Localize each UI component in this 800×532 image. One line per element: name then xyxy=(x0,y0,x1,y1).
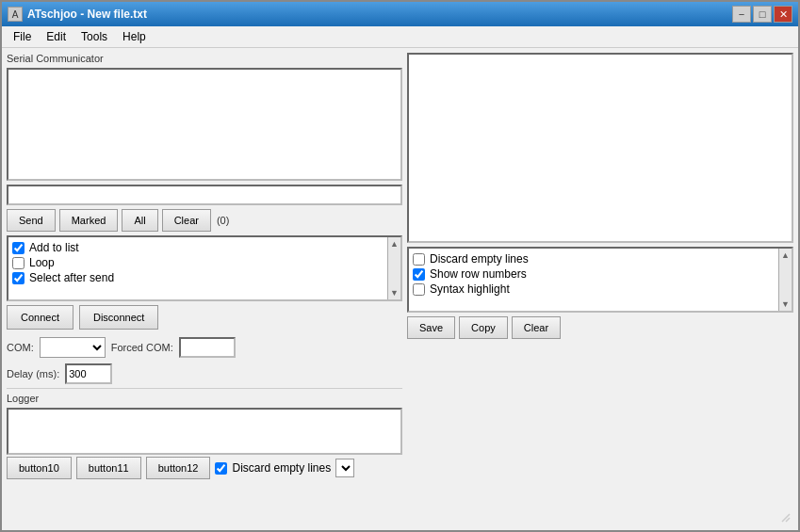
loop-label: Loop xyxy=(29,256,55,269)
button12[interactable]: button12 xyxy=(146,457,211,479)
menu-file[interactable]: File xyxy=(6,28,39,45)
maximize-button[interactable]: □ xyxy=(753,6,772,23)
select-after-send-row: Select after send xyxy=(12,271,397,284)
action-button-row: Send Marked All Clear (0) xyxy=(7,209,402,232)
forced-com-label: Forced COM: xyxy=(111,342,173,353)
connect-button[interactable]: Connect xyxy=(7,305,73,330)
right-textarea[interactable] xyxy=(407,53,793,243)
delay-label: Delay (ms): xyxy=(7,368,59,379)
right-button-row: Save Copy Clear xyxy=(407,316,793,339)
loop-checkbox[interactable] xyxy=(12,257,24,269)
add-to-list-checkbox[interactable] xyxy=(12,242,24,254)
com-label: COM: xyxy=(7,342,34,353)
discard-empty-right-label: Discard empty lines xyxy=(430,252,529,266)
discard-empty-lines-bottom-label: Discard empty lines xyxy=(232,461,331,475)
add-to-list-row: Add to list xyxy=(12,241,397,254)
window-title: ATschjoo - New file.txt xyxy=(27,8,147,21)
show-row-numbers-checkbox[interactable] xyxy=(413,268,425,281)
menu-bar: File Edit Tools Help xyxy=(2,26,798,48)
main-content: Serial Communicator Send Marked All Clea… xyxy=(2,48,798,530)
discard-select[interactable]: ▼ xyxy=(335,459,354,477)
close-button[interactable]: ✕ xyxy=(774,6,792,23)
menu-help[interactable]: Help xyxy=(115,28,154,45)
forced-com-input[interactable]: NONE xyxy=(179,337,236,358)
com-select[interactable] xyxy=(40,337,106,358)
discard-empty-right-checkbox[interactable] xyxy=(413,253,425,266)
syntax-highlight-label: Syntax highlight xyxy=(430,282,510,296)
clear-button[interactable]: Clear xyxy=(162,209,211,232)
syntax-highlight-checkbox[interactable] xyxy=(413,283,425,296)
title-buttons: − □ ✕ xyxy=(732,6,792,23)
send-input-row xyxy=(7,185,402,205)
right-scroll-down[interactable]: ▼ xyxy=(781,298,790,311)
right-options-scrollbar[interactable]: ▲ ▼ xyxy=(778,249,792,311)
left-panel: Serial Communicator Send Marked All Clea… xyxy=(7,53,402,525)
menu-tools[interactable]: Tools xyxy=(73,28,115,45)
disconnect-button[interactable]: Disconnect xyxy=(79,305,158,330)
serial-communicator-label: Serial Communicator xyxy=(7,53,402,64)
show-row-numbers-label: Show row numbers xyxy=(430,267,527,281)
loop-row: Loop xyxy=(12,256,397,269)
add-to-list-label: Add to list xyxy=(29,241,79,254)
logger-label: Logger xyxy=(7,393,402,404)
button11[interactable]: button11 xyxy=(76,457,141,479)
delay-input[interactable] xyxy=(65,363,112,384)
count-label: (0) xyxy=(217,215,229,226)
checkboxes-panel: Add to list Loop Select after send ▲ ▼ xyxy=(7,235,402,301)
right-options-panel: Discard empty lines Show row numbers Syn… xyxy=(407,247,793,313)
scroll-down-arrow[interactable]: ▼ xyxy=(390,286,399,299)
title-bar: A ATschjoo - New file.txt − □ ✕ xyxy=(2,2,798,26)
clear-right-button[interactable]: Clear xyxy=(512,316,561,339)
show-row-numbers-row: Show row numbers xyxy=(413,267,788,281)
button10[interactable]: button10 xyxy=(7,457,72,479)
right-scroll-up[interactable]: ▲ xyxy=(781,249,790,262)
app-icon: A xyxy=(8,7,23,22)
select-after-send-checkbox[interactable] xyxy=(12,272,24,284)
discard-empty-right-row: Discard empty lines xyxy=(413,252,788,266)
select-after-send-label: Select after send xyxy=(29,271,114,284)
com-row: COM: Forced COM: NONE xyxy=(7,337,402,358)
logger-section: Logger button10 button11 button12 Discar… xyxy=(7,388,402,479)
delay-row: Delay (ms): xyxy=(7,363,402,384)
scroll-up-arrow[interactable]: ▲ xyxy=(390,237,399,250)
connection-row: Connect Disconnect xyxy=(7,305,402,330)
save-button[interactable]: Save xyxy=(407,316,455,339)
discard-empty-lines-bottom-checkbox[interactable] xyxy=(215,462,227,475)
resize-handle[interactable] xyxy=(780,512,792,524)
all-button[interactable]: All xyxy=(122,209,157,232)
send-button[interactable]: Send xyxy=(7,209,56,232)
checkboxes-scrollbar[interactable]: ▲ ▼ xyxy=(387,237,400,299)
resize-area xyxy=(407,343,793,525)
right-panel: Discard empty lines Show row numbers Syn… xyxy=(407,53,793,525)
main-textarea[interactable] xyxy=(7,68,402,181)
logger-bottom-row: button10 button11 button12 Discard empty… xyxy=(7,457,402,479)
copy-button[interactable]: Copy xyxy=(459,316,508,339)
syntax-highlight-row: Syntax highlight xyxy=(413,282,788,296)
main-window: A ATschjoo - New file.txt − □ ✕ File Edi… xyxy=(0,0,800,532)
logger-textarea[interactable] xyxy=(7,408,402,455)
menu-edit[interactable]: Edit xyxy=(39,28,73,45)
minimize-button[interactable]: − xyxy=(732,6,751,23)
send-input[interactable] xyxy=(7,185,402,205)
marked-button[interactable]: Marked xyxy=(59,209,119,232)
title-bar-left: A ATschjoo - New file.txt xyxy=(8,7,147,22)
